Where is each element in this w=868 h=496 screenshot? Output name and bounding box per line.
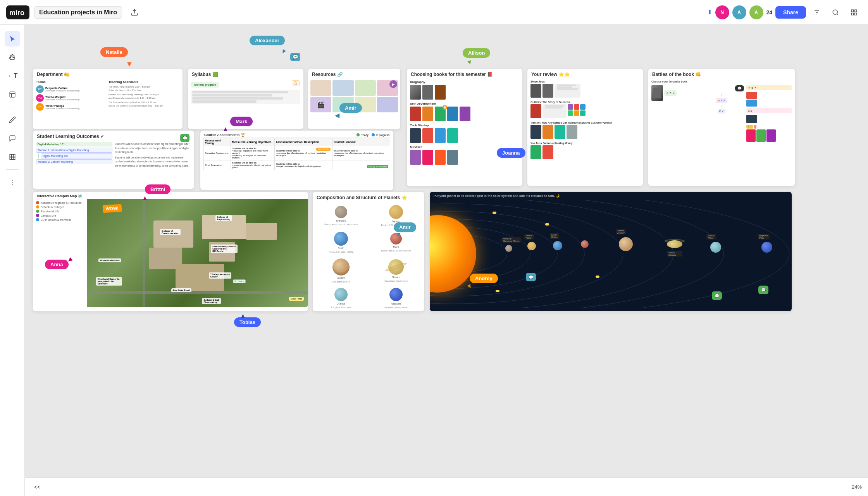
- miro-logo[interactable]: miro: [6, 5, 29, 19]
- choosing-books-section: Choosing books for this semester 📕 Biogr…: [406, 68, 523, 186]
- campus-map-section: Interactive Campus Map 🗺️ Academic Progr…: [33, 191, 308, 312]
- board-title[interactable]: Education projects in Miro: [34, 6, 122, 19]
- toolbar-separator-2: [6, 169, 19, 170]
- svg-line-6: [837, 14, 838, 15]
- svg-rect-10: [855, 13, 857, 15]
- svg-point-5: [833, 10, 837, 14]
- sticky-tool[interactable]: [5, 87, 20, 102]
- alexander-cursor: ▼: [279, 47, 288, 56]
- avatar-1[interactable]: N: [715, 5, 729, 19]
- hand-tool[interactable]: [5, 50, 20, 65]
- solar-sticky-3: [596, 276, 599, 278]
- text-tool[interactable]: T T: [5, 68, 20, 84]
- user-cursor-alexander: Alexander: [250, 36, 285, 45]
- mark-cursor: ▲: [222, 126, 229, 133]
- uranus-planet: [710, 242, 721, 253]
- your-review-title: Your review ⭐⭐: [527, 69, 643, 79]
- cursor-icon: ⬆: [707, 9, 712, 16]
- upload-button[interactable]: [127, 5, 142, 20]
- topbar: miro Education projects in Miro ⬆ N A A …: [0, 0, 868, 25]
- toolbar-separator: [6, 107, 19, 107]
- earth-planet: [553, 241, 562, 250]
- user-cursor-joanna: Joanna: [497, 148, 525, 158]
- search-button[interactable]: [828, 5, 843, 20]
- resources-title: Resources 🔗: [308, 69, 400, 79]
- tobias-cursor: ▲: [240, 312, 246, 319]
- course-assessments-section: Course Assessments 🏆 Ready In progress A…: [200, 130, 394, 190]
- planets-title: Composition and Structure of Planets ⭐: [313, 192, 424, 202]
- solar-comment-2: 💬: [526, 273, 536, 281]
- solar-comment-3: 💬: [758, 286, 768, 294]
- department-section: Department 🍋 Teams BC Benjamin CollinsAs…: [33, 68, 183, 129]
- venus-planet: [527, 242, 536, 250]
- user-cursor-allison: Allison: [463, 48, 490, 58]
- svg-point-21: [12, 182, 12, 183]
- collaborators-area: ⬆ N A A 24 Share: [707, 5, 862, 20]
- avatar-3[interactable]: A: [749, 5, 763, 19]
- student-outcomes-section: Student Learning Outcomes ✓ Digital Mark…: [33, 130, 195, 189]
- avatar-count: 24: [766, 9, 773, 16]
- svg-rect-12: [10, 92, 15, 97]
- solar-sticky-4: [496, 290, 499, 292]
- outcomes-comment: 💬: [180, 134, 189, 142]
- student-outcomes-title: Student Learning Outcomes ✓: [33, 131, 194, 141]
- svg-rect-7: [851, 10, 853, 12]
- department-title: Department 🍋: [33, 69, 183, 79]
- solar-comment-4: 💬: [712, 291, 722, 300]
- user-cursor-anna: Anna: [45, 260, 69, 269]
- svg-text:miro: miro: [9, 9, 24, 17]
- svg-rect-15: [10, 154, 15, 160]
- canvas-area[interactable]: Natalie ▼ Alexander ▼ 💬 Allison ▼ Mark ▲…: [25, 25, 868, 477]
- user-cursor-brittni: Brittni: [145, 184, 170, 194]
- brittni-cursor: ▲: [142, 195, 148, 202]
- svg-text:T: T: [9, 74, 11, 78]
- user-cursor-amir: Amir: [339, 103, 362, 113]
- battles-book-section: Battles of the book 👊 Choose your favour…: [648, 68, 795, 186]
- pen-tool[interactable]: [5, 112, 20, 127]
- jupiter-planet: [619, 237, 633, 251]
- zoom-level: 24%: [852, 484, 862, 490]
- planets-section: Composition and Structure of Planets ⭐ M…: [312, 191, 425, 312]
- svg-point-30: [430, 200, 789, 308]
- more-tools[interactable]: [5, 174, 20, 190]
- user-cursor-andrey: Andrey: [470, 274, 498, 283]
- collapse-button[interactable]: <<: [31, 481, 43, 493]
- avatar-2[interactable]: A: [732, 5, 746, 19]
- saturn-planet: VenusJoanna: [667, 238, 682, 257]
- svg-point-20: [12, 180, 12, 181]
- user-cursor-mark: Mark: [230, 117, 253, 126]
- user-cursor-tobias: Tobias: [234, 317, 261, 327]
- your-review-section: Your review ⭐⭐ Steve Jobs Outliers: The …: [527, 68, 643, 186]
- share-button[interactable]: Share: [775, 6, 806, 19]
- solar-sticky-2: [545, 223, 549, 226]
- svg-rect-9: [851, 13, 853, 15]
- wow-sticky: WOW!: [103, 204, 122, 213]
- syllabus-title: Syllabus 🟩: [188, 69, 303, 79]
- amir-cursor: ◀: [335, 112, 339, 119]
- svg-point-22: [12, 184, 12, 184]
- cursor-tool[interactable]: [5, 31, 20, 46]
- jupiter-label: Jupiter: [337, 277, 345, 279]
- amir2-cursor: ▼: [396, 231, 401, 237]
- alexander-chat-icon: 💬: [290, 53, 300, 61]
- filter-button[interactable]: [809, 5, 825, 20]
- neptune-planet: [761, 242, 772, 253]
- comment-tool[interactable]: [5, 131, 20, 146]
- allison-cursor: ▼: [465, 58, 474, 67]
- natalie-cursor-arrow: ▼: [126, 60, 133, 69]
- frame-tool[interactable]: [5, 149, 20, 165]
- bottombar: << 24%: [25, 477, 868, 496]
- user-cursor-natalie: Natalie: [100, 47, 128, 57]
- battles-title: Battles of the book 👊: [648, 69, 795, 79]
- solar-system-title: Put your planet in its correct spot in t…: [430, 192, 792, 200]
- solar-system-section: Put your planet in its correct spot in t…: [429, 191, 792, 312]
- solar-sticky-1: [493, 212, 496, 214]
- mercury-planet: [505, 245, 512, 252]
- mars-planet: [581, 240, 589, 248]
- left-toolbar: T T: [0, 25, 25, 496]
- choosing-books-title: Choosing books for this semester 📕: [407, 69, 522, 79]
- svg-rect-8: [855, 10, 857, 12]
- apps-button[interactable]: [846, 5, 862, 20]
- resources-section: Resources 🔗 🎬 ▶: [308, 68, 401, 129]
